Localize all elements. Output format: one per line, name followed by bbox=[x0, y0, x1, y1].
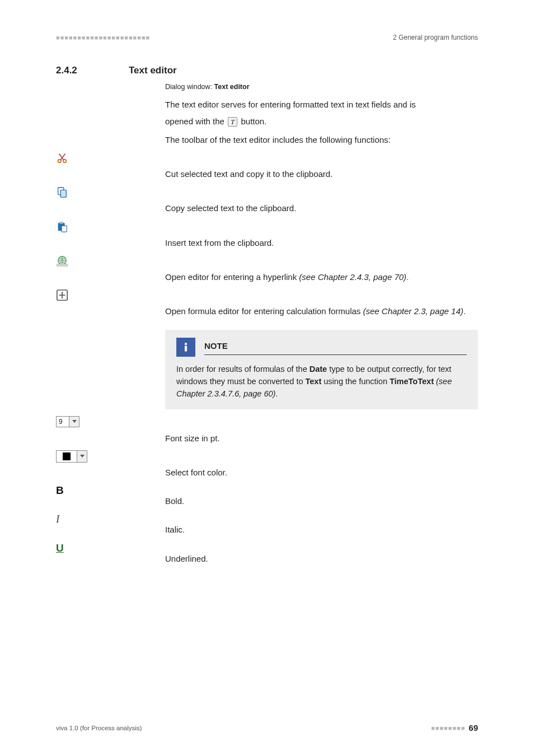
dialog-window-label: Dialog window: Text editor bbox=[165, 82, 478, 92]
page-number: 69 bbox=[469, 723, 478, 732]
italic-icon: I bbox=[56, 512, 165, 525]
note-body: In order for results of formulas of the … bbox=[176, 363, 467, 400]
svg-rect-5 bbox=[59, 221, 63, 223]
intro-paragraph-2: opened with the T button. bbox=[165, 115, 478, 128]
footer-dashes: ■■■■■■■■ bbox=[431, 725, 465, 731]
formula-icon bbox=[56, 288, 165, 304]
note-title: NOTE bbox=[204, 341, 228, 351]
font-size-selector: 9 bbox=[56, 415, 165, 427]
dropdown-arrow-icon bbox=[69, 417, 79, 427]
svg-rect-8 bbox=[57, 264, 67, 266]
font-color-selector bbox=[56, 449, 165, 463]
note-box: NOTE In order for results of formulas of… bbox=[165, 330, 478, 409]
italic-description: Italic. bbox=[165, 512, 185, 536]
hyperlink-description: Open editor for entering a hyperlink (se… bbox=[165, 254, 409, 283]
footer-left: viva 1.0 (for Process analysis) bbox=[56, 725, 142, 731]
copy-description: Copy selected text to the clipboard. bbox=[165, 185, 296, 214]
bold-description: Bold. bbox=[165, 483, 184, 507]
paste-description: Insert text from the clipboard. bbox=[165, 220, 274, 249]
font-color-description: Select font color. bbox=[165, 449, 227, 479]
font-size-value: 9 bbox=[57, 417, 69, 427]
intro-paragraph-3: The toolbar of the text editor includes … bbox=[165, 133, 478, 146]
svg-rect-3 bbox=[60, 190, 66, 198]
section-title: Text editor bbox=[129, 65, 177, 76]
svg-rect-6 bbox=[62, 226, 67, 232]
bold-icon: B bbox=[56, 483, 165, 497]
color-swatch-icon bbox=[63, 452, 71, 460]
text-editor-button-icon: T bbox=[228, 117, 237, 127]
page-footer: viva 1.0 (for Process analysis) ■■■■■■■■… bbox=[56, 723, 478, 732]
svg-rect-15 bbox=[185, 346, 187, 352]
svg-point-14 bbox=[185, 343, 187, 345]
underline-icon: U bbox=[56, 541, 165, 554]
section-heading: 2.4.2 Text editor bbox=[56, 65, 478, 76]
cut-icon bbox=[56, 151, 165, 166]
paste-icon bbox=[56, 220, 165, 235]
header-dashes: ■■■■■■■■■■■■■■■■■■■■■■ bbox=[56, 34, 150, 41]
dropdown-arrow-icon bbox=[77, 451, 87, 462]
section-number: 2.4.2 bbox=[56, 65, 112, 76]
underline-description: Underlined. bbox=[165, 541, 208, 565]
cut-description: Cut selected text and copy it to the cli… bbox=[165, 151, 332, 180]
intro-paragraph-1: The text editor serves for entering form… bbox=[165, 98, 478, 111]
info-icon bbox=[176, 338, 195, 357]
hyperlink-icon bbox=[56, 254, 165, 269]
page-header: ■■■■■■■■■■■■■■■■■■■■■■ 2 General program… bbox=[56, 34, 478, 41]
font-size-description: Font size in pt. bbox=[165, 415, 220, 445]
copy-icon bbox=[56, 185, 165, 200]
svg-point-13 bbox=[62, 297, 63, 298]
formula-description: Open formula editor for entering calcula… bbox=[165, 288, 466, 318]
svg-point-12 bbox=[62, 292, 63, 293]
header-chapter: 2 General program functions bbox=[393, 34, 478, 41]
